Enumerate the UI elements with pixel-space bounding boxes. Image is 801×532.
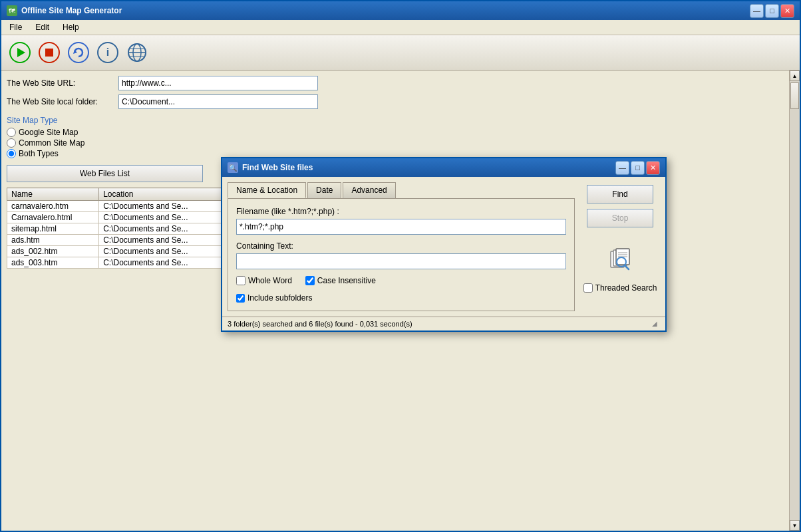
include-subfolders-label: Include subfolders: [247, 293, 312, 303]
close-button[interactable]: ✕: [780, 4, 794, 18]
resize-grip[interactable]: ◢: [652, 320, 660, 328]
main-window: 🗺 Offline Site Map Generator — □ ✕ File …: [0, 0, 801, 532]
threaded-search-item[interactable]: Threaded Search: [583, 283, 657, 293]
dialog-title-text: Find Web Site files: [242, 163, 313, 172]
info-button[interactable]: i: [94, 39, 121, 66]
dialog-title-btns: — □ ✕: [615, 161, 660, 175]
stop-button[interactable]: Stop: [587, 209, 653, 227]
maximize-button[interactable]: □: [765, 4, 779, 18]
title-bar-left: 🗺 Offline Site Map Generator: [7, 5, 122, 16]
dialog-right-panel: Find Stop: [580, 182, 660, 311]
file-search-icon: [607, 246, 633, 273]
find-dialog: 🔍 Find Web Site files — □ ✕: [221, 157, 667, 332]
globe-button[interactable]: [124, 39, 150, 66]
refresh-button[interactable]: [65, 39, 92, 66]
case-insensitive-checkbox-item[interactable]: Case Insensitive: [305, 276, 376, 285]
menu-help[interactable]: Help: [57, 21, 84, 33]
app-title: Offline Site Map Generator: [21, 6, 122, 15]
tab-content: Filename (like *.htm?;*.php) : Containin…: [228, 198, 575, 311]
svg-marker-1: [17, 48, 25, 57]
menu-file[interactable]: File: [4, 21, 27, 33]
svg-rect-3: [45, 49, 53, 57]
dialog-icon: 🔍: [228, 162, 238, 173]
dialog-left-panel: Name & Location Date Advanced Filename (…: [228, 182, 575, 311]
checkbox-row: Whole Word Case Insensitive: [236, 276, 566, 285]
include-subfolders-item[interactable]: Include subfolders: [236, 293, 566, 303]
threaded-search-checkbox[interactable]: [583, 283, 593, 293]
dialog-title-left: 🔍 Find Web Site files: [228, 162, 313, 173]
filename-input[interactable]: [236, 219, 566, 235]
dialog-maximize-button[interactable]: □: [631, 161, 645, 175]
title-bar-buttons: — □ ✕: [750, 4, 794, 18]
svg-text:i: i: [106, 47, 109, 58]
dialog-tabs: Name & Location Date Advanced: [228, 182, 575, 198]
whole-word-checkbox[interactable]: [236, 276, 245, 285]
dialog-close-button[interactable]: ✕: [646, 161, 660, 175]
menu-bar: File Edit Help: [1, 20, 800, 35]
svg-point-4: [69, 43, 88, 63]
tab-advanced[interactable]: Advanced: [343, 182, 395, 198]
tab-date[interactable]: Date: [307, 182, 341, 198]
dialog-overlay: 🔍 Find Web Site files — □ ✕: [1, 70, 800, 531]
case-insensitive-label: Case Insensitive: [317, 276, 376, 285]
content-area: The Web Site URL: The Web Site local fol…: [1, 70, 800, 531]
tab-name-location[interactable]: Name & Location: [228, 182, 306, 198]
title-bar: 🗺 Offline Site Map Generator — □ ✕: [1, 1, 800, 20]
threaded-search-label: Threaded Search: [595, 283, 657, 293]
toolbar: i: [1, 35, 800, 70]
stop-button[interactable]: [36, 39, 63, 66]
containing-text-input[interactable]: [236, 253, 566, 269]
whole-word-label: Whole Word: [248, 276, 292, 285]
whole-word-checkbox-item[interactable]: Whole Word: [236, 276, 292, 285]
play-button[interactable]: [7, 39, 33, 66]
minimize-button[interactable]: —: [750, 4, 764, 18]
dialog-status-bar: 3 folder(s) searched and 6 file(s) found…: [222, 317, 665, 331]
menu-edit[interactable]: Edit: [30, 21, 55, 33]
find-button[interactable]: Find: [587, 185, 653, 203]
include-subfolders-checkbox[interactable]: [236, 294, 245, 303]
app-icon: 🗺: [7, 5, 17, 16]
status-text: 3 folder(s) searched and 6 file(s) found…: [228, 320, 412, 328]
containing-text-label: Containing Text:: [236, 241, 566, 251]
case-insensitive-checkbox[interactable]: [305, 276, 315, 285]
dialog-body: Name & Location Date Advanced Filename (…: [222, 177, 665, 317]
filename-label: Filename (like *.htm?;*.php) :: [236, 207, 566, 216]
dialog-minimize-button[interactable]: —: [615, 161, 629, 175]
dialog-title-bar: 🔍 Find Web Site files — □ ✕: [222, 158, 665, 177]
